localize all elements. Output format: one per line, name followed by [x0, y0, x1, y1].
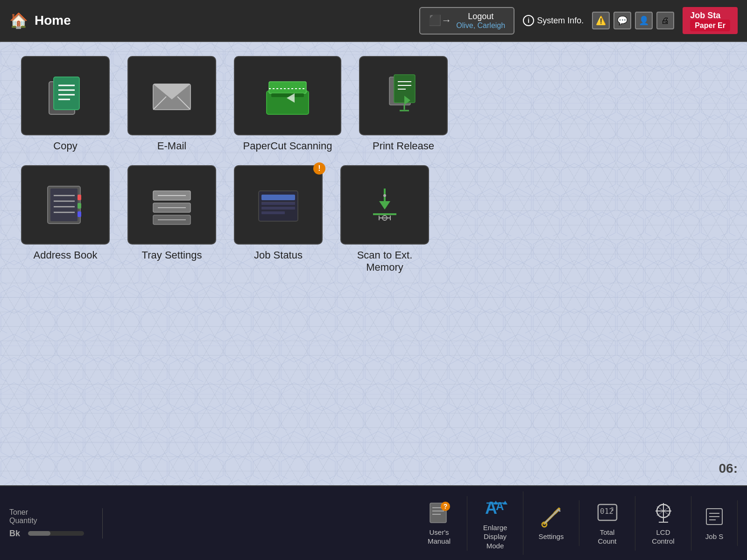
app-addressbook[interactable]: Address Book: [19, 165, 112, 273]
bottom-bar: TonerQuantity Bk ? User'sManual: [0, 485, 747, 560]
system-info[interactable]: i System Info.: [523, 15, 584, 26]
app-scanext[interactable]: Scan to Ext.Memory: [338, 165, 431, 273]
svg-rect-41: [261, 207, 295, 210]
warning-icon: ⚠️: [592, 12, 610, 29]
svg-rect-31: [78, 211, 81, 217]
time-display: 06:: [719, 461, 738, 476]
user-icon: 👤: [635, 12, 653, 29]
svg-rect-29: [78, 195, 81, 200]
app-printrelease-label: Print Release: [373, 140, 434, 152]
tool-settings-label: Settings: [538, 532, 564, 541]
main-area: Copy E-Mail: [0, 42, 747, 485]
app-papercut-icon-box: [234, 56, 341, 135]
toner-bk-bar: [28, 531, 84, 536]
settings-icon: [540, 505, 563, 528]
app-traysettings[interactable]: Tray Settings: [125, 165, 218, 273]
printrelease-icon: [380, 72, 427, 119]
email-icon: [148, 72, 195, 119]
tool-totalcount-label: TotalCount: [598, 528, 616, 546]
svg-rect-24: [50, 189, 78, 221]
top-right-controls: ⬛→ Logout Olive, Carleigh i System Info.…: [419, 7, 738, 35]
apps-grid: Copy E-Mail: [19, 56, 728, 273]
toner-bk-row: Bk: [9, 529, 93, 539]
bottom-tools: ? User'sManual A A EnlargeDisplayMode: [103, 491, 738, 555]
svg-marker-45: [379, 201, 390, 210]
app-copy-label: Copy: [53, 140, 77, 152]
copy-icon: [42, 72, 89, 119]
jobstatus-notification: !: [313, 162, 325, 175]
app-jobstatus-label: Job Status: [254, 249, 303, 261]
tool-job[interactable]: Job S: [691, 500, 738, 546]
app-jobstatus-icon-box: !: [234, 165, 323, 245]
svg-line-66: [545, 510, 558, 523]
apps-row-2: Address Book Tray Settings: [19, 165, 728, 273]
paper-error-badge: Paper Er: [690, 20, 730, 31]
svg-text:A: A: [496, 500, 504, 512]
traysettings-icon: [148, 182, 195, 228]
home-icon: 🏠: [9, 12, 28, 29]
app-copy-icon-box: [21, 56, 110, 135]
home-section: 🏠 Home: [9, 12, 419, 29]
tool-usersmanual-label: User'sManual: [428, 528, 451, 546]
svg-rect-39: [261, 195, 295, 200]
addressbook-icon: [42, 182, 89, 228]
app-addressbook-label: Address Book: [34, 249, 98, 261]
logout-label: Logout: [468, 12, 493, 21]
app-email-label: E-Mail: [157, 140, 186, 152]
app-copy[interactable]: Copy: [19, 56, 112, 152]
app-traysettings-label: Tray Settings: [142, 249, 202, 261]
system-info-label: System Info.: [537, 16, 584, 26]
message-icon: 💬: [613, 12, 631, 29]
app-printrelease[interactable]: Print Release: [357, 56, 450, 152]
total-count-icon: 012 3: [596, 501, 619, 524]
tool-settings[interactable]: Settings: [523, 500, 579, 546]
users-manual-icon: ?: [428, 501, 451, 524]
logout-button[interactable]: ⬛→ Logout Olive, Carleigh: [419, 7, 514, 35]
app-papercut[interactable]: PaperCut Scanning: [232, 56, 344, 152]
tool-enlargedisplay[interactable]: A A EnlargeDisplayMode: [467, 491, 523, 555]
app-scanext-icon-box: [340, 165, 429, 245]
toner-bk-fill: [28, 531, 50, 536]
apps-row-1: Copy E-Mail: [19, 56, 728, 152]
app-papercut-label: PaperCut Scanning: [243, 140, 332, 152]
status-icons: ⚠️ 💬 👤 🖨: [592, 12, 674, 29]
tool-usersmanual[interactable]: ? User'sManual: [411, 496, 467, 551]
tool-lcdcontrol-label: LCDControl: [652, 528, 674, 546]
app-scanext-label: Scan to Ext.Memory: [357, 249, 413, 273]
jobstatus-icon: [255, 182, 302, 228]
print-icon: 🖨: [656, 12, 674, 29]
app-addressbook-icon-box: [21, 165, 110, 245]
app-printrelease-icon-box: [359, 56, 448, 135]
job-icon: [703, 505, 726, 528]
app-email[interactable]: E-Mail: [125, 56, 218, 152]
app-traysettings-icon-box: [127, 165, 216, 245]
job-status-header-button[interactable]: Job Sta Paper Er: [683, 7, 738, 34]
toner-bk-label: Bk: [9, 529, 23, 539]
svg-rect-30: [78, 203, 81, 209]
toner-section: TonerQuantity Bk: [9, 508, 103, 539]
app-email-icon-box: [127, 56, 216, 135]
toner-label: TonerQuantity: [9, 508, 93, 525]
tool-lcdcontrol[interactable]: LCDControl: [635, 496, 691, 551]
svg-text:?: ?: [443, 503, 447, 510]
enlarge-display-icon: A A: [483, 496, 508, 519]
svg-rect-42: [261, 211, 285, 214]
app-jobstatus[interactable]: ! Job Status: [232, 165, 325, 273]
logout-user: Olive, Carleigh: [456, 21, 505, 30]
svg-text:3: 3: [611, 506, 614, 512]
top-bar: 🏠 Home ⬛→ Logout Olive, Carleigh i Syste…: [0, 0, 747, 42]
scanext-icon: [361, 182, 408, 228]
lcd-control-icon: [652, 501, 675, 524]
logout-icon: ⬛→: [429, 14, 451, 27]
scanner-icon: [264, 72, 311, 119]
svg-rect-13: [271, 93, 304, 97]
svg-point-51: [383, 194, 386, 197]
home-label: Home: [35, 13, 71, 28]
tool-job-label: Job S: [705, 532, 723, 541]
svg-rect-11: [269, 82, 306, 93]
tool-enlargedisplay-label: EnlargeDisplayMode: [483, 523, 507, 551]
tool-totalcount[interactable]: 012 3 TotalCount: [579, 496, 635, 551]
info-icon: i: [523, 15, 534, 26]
svg-rect-1: [54, 77, 79, 110]
svg-rect-40: [261, 202, 295, 205]
